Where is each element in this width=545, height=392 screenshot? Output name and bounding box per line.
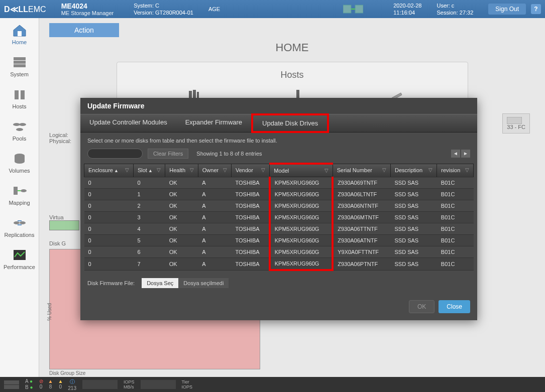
showing-text: Showing 1 to 8 of 8 entries — [196, 151, 262, 157]
modal-instruction: Select one or more disks from table and … — [80, 133, 477, 147]
brand-logo: D≪LLEMC — [4, 5, 46, 14]
sidebar-item-system[interactable]: System — [0, 50, 39, 82]
fc-indicator: 33 - FC — [502, 113, 530, 134]
col-health[interactable]: Health▽ — [165, 164, 198, 177]
sidebar-item-replications[interactable]: Replications — [0, 211, 39, 243]
svg-rect-25 — [4, 385, 19, 389]
ok-button[interactable]: OK — [409, 300, 434, 313]
svg-rect-14 — [14, 187, 18, 195]
table-row[interactable]: 04OKATOSHIBAKPM5XRUG960GZ930A06TTNTFSSD … — [84, 223, 474, 235]
tab-controller-modules[interactable]: Update Controller Modules — [80, 114, 176, 132]
col-description[interactable]: Description▽ — [390, 164, 437, 177]
svg-rect-24 — [4, 380, 19, 384]
table-row[interactable]: 03OKATOSHIBAKPM5XRUG960GZ930A06MTNTFSSD … — [84, 212, 474, 223]
datetime-info: 2020-02-28 11:16:04 — [393, 2, 421, 16]
clear-filters-button[interactable]: Clear Filters — [148, 149, 188, 159]
table-row[interactable]: 00OKATOSHIBAKPM5XRUG960GZ930A069TNTFSSD … — [84, 177, 474, 189]
tier-label: TierIOPS — [182, 379, 193, 389]
svg-rect-2 — [18, 31, 22, 36]
col-owner[interactable]: Owner▽ — [198, 164, 231, 177]
system-diagram-icon — [343, 3, 363, 15]
file-status: Dosya seçilmedi — [178, 278, 229, 288]
tier-chart — [141, 380, 176, 389]
table-row[interactable]: 02OKATOSHIBAKPM5XRUG960GZ930A06NTNTFSSD … — [84, 200, 474, 212]
tab-disk-drives[interactable]: Update Disk Drives — [251, 113, 329, 133]
sidebar-item-label: Home — [12, 39, 27, 45]
svg-point-10 — [16, 128, 23, 131]
virtua-bar — [49, 220, 79, 230]
controller-status: A ● B ● — [25, 378, 33, 390]
col-model[interactable]: Model▽ — [270, 164, 333, 177]
sidebar-item-label: Hosts — [12, 103, 26, 109]
table-header-row: Enclosure▲▽ Slot▲▽ Health▽ Owner▽ Vendor… — [84, 164, 474, 177]
modal-tabs: Update Controller Modules Expander Firmw… — [80, 114, 477, 133]
svg-point-13 — [15, 160, 25, 164]
svg-point-9 — [19, 123, 26, 126]
top-bar: D≪LLEMC ME4024 ME Storage Manager System… — [0, 0, 545, 18]
age-info: AGE — [208, 6, 220, 13]
hosts-title: Hosts — [137, 70, 448, 80]
svg-point-8 — [13, 123, 20, 126]
iops-chart — [82, 380, 118, 389]
sidebar-item-performance[interactable]: Performance — [0, 243, 39, 275]
col-slot[interactable]: Slot▲▽ — [133, 164, 165, 177]
status-bar: A ● B ● ⊘0 ▲8 ▲0 ⓘ213 IOPSMB/s TierIOPS — [0, 377, 545, 392]
sidebar-item-label: Mapping — [9, 200, 30, 206]
sidebar-item-label: Pools — [13, 136, 27, 142]
system-info: System: C Version: GT280R004-01 — [134, 2, 193, 16]
sidebar-item-home[interactable]: Home — [0, 18, 39, 50]
update-firmware-modal: Update Firmware Update Controller Module… — [80, 98, 477, 320]
sidebar-item-hosts[interactable]: Hosts — [0, 82, 39, 114]
action-button[interactable]: Action — [49, 23, 119, 37]
svg-rect-1 — [355, 5, 363, 13]
product-info: ME4024 ME Storage Manager — [61, 2, 114, 16]
table-row[interactable]: 06OKATOSHIBAKPM5XRUG960GY9X0A0FTTNTFSSD … — [84, 246, 474, 258]
choose-file-button[interactable]: Dosya Seç — [142, 278, 178, 288]
svg-rect-4 — [14, 61, 26, 64]
sidebar-item-label: Replications — [5, 232, 35, 238]
svg-point-15 — [21, 189, 27, 192]
svg-rect-0 — [343, 5, 351, 13]
svg-rect-7 — [21, 90, 25, 99]
user-info: User: c Session: 27:32 — [437, 2, 474, 16]
alert-counters: ⊘0 ▲8 ▲0 ⓘ213 — [39, 378, 77, 391]
sidebar-item-pools[interactable]: Pools — [0, 114, 39, 147]
svg-rect-6 — [15, 90, 19, 99]
tab-expander-firmware[interactable]: Expander Firmware — [176, 114, 251, 132]
col-serial[interactable]: Serial Number▽ — [333, 164, 390, 177]
file-label: Disk Firmware File: — [87, 280, 135, 287]
table-row[interactable]: 01OKATOSHIBAKPM5XRUG960GZ930A06LTNTFSSD … — [84, 189, 474, 200]
prev-page-icon[interactable]: ◄ — [451, 150, 460, 158]
svg-point-16 — [14, 221, 20, 224]
next-page-icon[interactable]: ► — [461, 150, 470, 158]
sidebar-item-label: System — [10, 71, 29, 77]
sidebar-item-mapping[interactable]: Mapping — [0, 179, 39, 211]
table-row[interactable]: 07OKATOSHIBAKPM5XRUG960GZ930A06PTNTFSSD … — [84, 258, 474, 271]
col-enclosure[interactable]: Enclosure▲▽ — [84, 164, 134, 177]
page-title: HOME — [49, 41, 535, 54]
enclosure-icon — [4, 379, 19, 389]
sidebar-item-label: Volumes — [9, 168, 30, 174]
col-vendor[interactable]: Vendor▽ — [232, 164, 270, 177]
help-icon[interactable]: ? — [531, 4, 541, 14]
svg-rect-5 — [14, 64, 26, 67]
sidebar-item-label: Performance — [4, 264, 35, 270]
modal-title: Update Firmware — [80, 98, 477, 114]
iops-label: IOPSMB/s — [124, 379, 135, 389]
sidebar: Home System Hosts Pools Volumes Mapping … — [0, 18, 39, 377]
disk-table: Enclosure▲▽ Slot▲▽ Health▽ Owner▽ Vendor… — [84, 163, 474, 271]
sidebar-item-volumes[interactable]: Volumes — [0, 147, 39, 179]
table-row[interactable]: 05OKATOSHIBAKPM5XRUG960GZ930A06ATNTFSSD … — [84, 235, 474, 246]
svg-rect-3 — [14, 57, 26, 60]
col-revision[interactable]: revision▽ — [437, 164, 474, 177]
search-input[interactable] — [87, 149, 143, 159]
svg-rect-23 — [507, 117, 522, 124]
search-wrap: 🔍 — [87, 149, 143, 159]
signout-button[interactable]: Sign Out — [488, 4, 526, 15]
svg-point-17 — [20, 221, 26, 224]
close-button[interactable]: Close — [439, 300, 470, 313]
